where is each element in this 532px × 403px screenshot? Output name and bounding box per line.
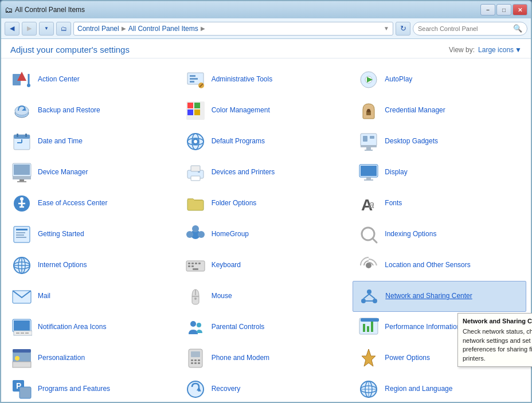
path-dropdown[interactable]: ▼ [384,25,389,32]
search-icon[interactable]: 🔍 [513,24,522,33]
svg-rect-116 [194,359,197,361]
phone-modem-label[interactable]: Phone and Modem [212,354,269,363]
maximize-button[interactable]: □ [496,4,511,15]
control-item-autoplay[interactable]: AutoPlay [353,64,526,95]
control-item-homegroup[interactable]: HomeGroup [179,219,353,250]
folder-options-label[interactable]: Folder Options [212,199,257,208]
svg-marker-121 [362,349,375,366]
action-center-icon [10,68,33,91]
control-item-date-time[interactable]: Date and Time [6,126,179,157]
refresh-button[interactable]: ↻ [396,22,410,36]
title-bar-left: 🗂 All Control Panel Items [5,5,85,14]
control-item-backup-restore[interactable]: Backup and Restore [6,95,179,126]
address-path[interactable]: Control Panel ▶ All Control Panel Items … [73,22,393,36]
svg-point-103 [197,323,201,327]
location-sensors-label[interactable]: Location and Other Sensors [385,261,470,270]
keyboard-icon [184,254,207,277]
control-item-action-center[interactable]: Action Center [6,64,179,95]
devices-printers-label[interactable]: Devices and Printers [212,168,275,177]
control-item-network-sharing[interactable]: Network and Sharing Center [353,281,526,312]
svg-text:P: P [16,381,21,390]
svg-rect-108 [371,322,373,332]
control-item-indexing-options[interactable]: Indexing Options [353,219,526,250]
path-control-panel[interactable]: Control Panel [77,25,119,33]
programs-features-label[interactable]: Programs and Features [38,385,110,394]
control-item-programs-features[interactable]: PPrograms and Features [6,374,179,402]
parental-controls-label[interactable]: Parental Controls [212,323,265,332]
minimize-button[interactable]: – [480,4,495,15]
svg-rect-79 [191,263,194,264]
svg-rect-20 [194,109,200,115]
keyboard-label[interactable]: Keyboard [212,261,241,270]
control-item-default-programs[interactable]: Default Programs [179,126,353,157]
notification-icons-label[interactable]: Notification Area Icons [38,323,106,332]
date-time-icon [10,130,33,153]
window-title: All Control Panel Items [15,6,85,14]
credential-manager-label[interactable]: Credential Manager [385,106,445,115]
control-item-region-language[interactable]: Region and Language [353,374,526,402]
control-item-mouse[interactable]: Mouse [179,281,353,312]
control-item-keyboard[interactable]: Keyboard [179,250,353,281]
search-input[interactable] [418,25,511,32]
control-item-desktop-gadgets[interactable]: Desktop Gadgets [353,126,526,157]
search-box[interactable]: 🔍 [413,22,527,36]
getting-started-label[interactable]: Getting Started [38,230,84,239]
svg-rect-6 [190,78,198,80]
control-item-credential-manager[interactable]: Credential Manager [353,95,526,126]
default-programs-icon [184,130,207,153]
svg-rect-26 [25,134,27,137]
backup-restore-label[interactable]: Backup and Restore [38,106,100,115]
close-button[interactable]: ✕ [513,4,527,15]
control-item-location-sensors[interactable]: Location and Other Sensors [353,250,526,281]
svg-rect-39 [370,136,374,139]
action-center-label[interactable]: Action Center [38,75,80,84]
ease-access-icon [10,192,33,215]
personalization-label[interactable]: Personalization [38,354,85,363]
mail-label[interactable]: Mail [38,292,50,301]
path-all-items[interactable]: All Control Panel Items [128,25,198,33]
mouse-label[interactable]: Mouse [212,292,232,301]
forward-button[interactable]: ▶ [22,22,37,36]
network-sharing-label[interactable]: Network and Sharing Center [385,292,472,301]
indexing-options-label[interactable]: Indexing Options [385,230,436,239]
power-options-label[interactable]: Power Options [385,354,430,363]
homegroup-label[interactable]: HomeGroup [212,230,249,239]
network-sharing-icon [358,285,381,308]
device-manager-label[interactable]: Device Manager [38,168,88,177]
color-management-label[interactable]: Color Management [212,106,270,115]
control-item-ease-access[interactable]: Ease of Access Center [6,188,179,219]
ease-access-label[interactable]: Ease of Access Center [38,199,107,208]
control-item-notification-icons[interactable]: Notification Area Icons [6,312,179,343]
svg-rect-110 [13,349,31,353]
back-button[interactable]: ◀ [5,22,19,36]
date-time-label[interactable]: Date and Time [38,137,83,146]
control-item-devices-printers[interactable]: Devices and Printers [179,157,353,188]
control-item-parental-controls[interactable]: Parental Controls [179,312,353,343]
control-item-getting-started[interactable]: Getting Started [6,219,179,250]
control-item-phone-modem[interactable]: Phone and Modem [179,343,353,374]
view-by-dropdown[interactable]: Large icons ▼ [478,46,522,54]
control-item-personalization[interactable]: Personalization [6,343,179,374]
display-label[interactable]: Display [385,168,407,177]
control-item-recovery[interactable]: Recovery [179,374,353,402]
recent-pages-button[interactable]: ▼ [39,22,54,36]
autoplay-label[interactable]: AutoPlay [385,75,412,84]
control-item-administrative-tools[interactable]: Administrative Tools [179,64,353,95]
control-item-folder-options[interactable]: Folder Options [179,188,353,219]
control-item-fonts[interactable]: AaFonts [353,188,526,219]
administrative-tools-label[interactable]: Administrative Tools [212,75,273,84]
control-item-internet-options[interactable]: Internet Options [6,250,179,281]
svg-rect-19 [187,109,193,115]
svg-point-102 [190,321,196,327]
control-item-device-manager[interactable]: Device Manager [6,157,179,188]
default-programs-label[interactable]: Default Programs [212,137,265,146]
fonts-label[interactable]: Fonts [385,199,402,208]
control-item-mail[interactable]: Mail [6,281,179,312]
control-item-color-management[interactable]: Color Management [179,95,353,126]
personalization-icon [10,347,33,370]
desktop-gadgets-label[interactable]: Desktop Gadgets [385,137,438,146]
region-language-label[interactable]: Region and Language [385,385,452,394]
control-item-display[interactable]: Display [353,157,526,188]
recovery-label[interactable]: Recovery [212,385,241,394]
internet-options-label[interactable]: Internet Options [38,261,87,270]
